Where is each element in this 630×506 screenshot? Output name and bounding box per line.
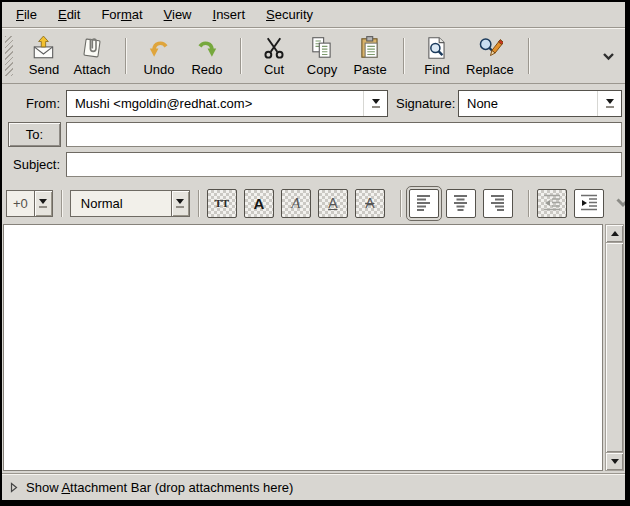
- combo-arrow-icon[interactable]: [34, 191, 52, 216]
- menu-label: m: [121, 7, 132, 22]
- message-body-area: [3, 224, 624, 471]
- menu-format[interactable]: Format: [93, 4, 150, 25]
- cut-icon: [261, 35, 287, 61]
- combo-arrow-icon: [363, 91, 387, 116]
- replace-label: Replace: [466, 62, 514, 77]
- format-separator: [528, 190, 529, 217]
- message-body[interactable]: [3, 224, 603, 471]
- to-input[interactable]: [66, 122, 622, 147]
- attach-button[interactable]: Attach: [68, 31, 116, 81]
- menu-file[interactable]: File: [8, 4, 45, 25]
- menu-label: For: [101, 7, 121, 22]
- menu-label: nsert: [216, 7, 245, 22]
- send-icon: [31, 35, 57, 61]
- format-overflow-button[interactable]: [613, 194, 625, 213]
- undo-label: Undo: [143, 62, 174, 77]
- find-label: Find: [424, 62, 449, 77]
- subject-row: Subject:: [4, 152, 622, 177]
- strikethrough-icon: A: [365, 195, 374, 211]
- format-separator: [400, 190, 401, 217]
- cut-button[interactable]: Cut: [250, 31, 298, 81]
- attachment-bar-toggle[interactable]: Show Attachment Bar (drop attachments he…: [2, 473, 625, 500]
- from-row: From: Mushi <mgoldin@redhat.com> Signatu…: [4, 90, 622, 117]
- paste-button[interactable]: Paste: [346, 31, 394, 81]
- toolbar-separator: [528, 38, 529, 74]
- redo-icon: [194, 35, 220, 61]
- indent-button[interactable]: [574, 189, 604, 218]
- typewriter-icon: TT: [214, 197, 229, 209]
- replace-button[interactable]: Replace: [461, 31, 519, 81]
- find-icon: [424, 35, 450, 61]
- arrow-down-icon: [611, 459, 619, 464]
- italic-icon: A: [291, 195, 300, 212]
- menu-label: iew: [172, 7, 192, 22]
- undo-icon: [146, 35, 172, 61]
- paragraph-style-value: Normal: [71, 191, 171, 216]
- to-button[interactable]: To:: [8, 122, 61, 147]
- chevron-down-icon: [602, 52, 615, 61]
- scroll-up-button[interactable]: [606, 225, 623, 242]
- menu-security[interactable]: Security: [258, 4, 321, 25]
- signature-select[interactable]: None: [458, 90, 622, 117]
- send-label: Send: [29, 62, 59, 77]
- underline-icon: A: [328, 195, 337, 211]
- scrollbar: [605, 224, 624, 471]
- find-button[interactable]: Find: [413, 31, 461, 81]
- combo-arrow-icon[interactable]: [171, 191, 189, 216]
- bold-button[interactable]: A: [244, 189, 274, 218]
- combo-arrow-icon: [597, 91, 621, 116]
- undo-button[interactable]: Undo: [135, 31, 183, 81]
- attach-label: Attach: [74, 62, 111, 77]
- cut-label: Cut: [264, 62, 284, 77]
- subject-input[interactable]: [66, 152, 622, 177]
- menu-edit[interactable]: Edit: [50, 4, 88, 25]
- signature-value: None: [459, 96, 597, 111]
- replace-icon: [477, 35, 503, 61]
- signature-label: Signature:: [396, 96, 452, 111]
- strikethrough-button[interactable]: A: [355, 189, 385, 218]
- italic-button[interactable]: A: [281, 189, 311, 218]
- menu-label: F: [16, 7, 24, 22]
- arrow-up-icon: [611, 231, 619, 236]
- menu-view[interactable]: View: [156, 4, 200, 25]
- subject-label: Subject:: [4, 157, 60, 172]
- font-size-select[interactable]: +0: [6, 190, 53, 217]
- indent-icon: [579, 193, 599, 213]
- from-select[interactable]: Mushi <mgoldin@redhat.com>: [66, 90, 388, 117]
- toolbar-drag-handle[interactable]: [5, 36, 13, 76]
- align-center-button[interactable]: [446, 189, 476, 218]
- copy-button[interactable]: Copy: [298, 31, 346, 81]
- copy-label: Copy: [307, 62, 337, 77]
- format-separator: [61, 190, 62, 217]
- from-label: From:: [4, 96, 60, 111]
- send-button[interactable]: Send: [20, 31, 68, 81]
- unindent-button[interactable]: [537, 189, 567, 218]
- chevron-down-icon: [615, 197, 625, 208]
- align-right-icon: [489, 193, 506, 213]
- align-right-button[interactable]: [483, 189, 513, 218]
- paste-label: Paste: [353, 62, 386, 77]
- font-size-value: +0: [7, 191, 34, 216]
- menu-label: ile: [24, 7, 37, 22]
- align-left-button[interactable]: [409, 189, 439, 218]
- typewriter-button[interactable]: TT: [207, 189, 237, 218]
- bold-icon: A: [253, 195, 264, 212]
- paragraph-style-select[interactable]: Normal: [70, 190, 190, 217]
- toolbar-overflow-button[interactable]: [600, 45, 617, 68]
- menu-label: at: [132, 7, 143, 22]
- paste-icon: [357, 35, 383, 61]
- copy-icon: [309, 35, 335, 61]
- menu-label: S: [266, 7, 275, 22]
- expander-triangle-icon: [10, 482, 18, 493]
- format-separator: [198, 190, 199, 217]
- menu-label: V: [164, 7, 172, 22]
- underline-button[interactable]: A: [318, 189, 348, 218]
- menu-insert[interactable]: Insert: [205, 4, 254, 25]
- menu-label: E: [58, 7, 67, 22]
- align-center-icon: [452, 193, 469, 213]
- redo-label: Redo: [191, 62, 222, 77]
- scrollbar-thumb[interactable]: [606, 243, 623, 452]
- window-content: File Edit Format View Insert Security Se…: [2, 2, 625, 500]
- scroll-down-button[interactable]: [606, 453, 623, 470]
- redo-button[interactable]: Redo: [183, 31, 231, 81]
